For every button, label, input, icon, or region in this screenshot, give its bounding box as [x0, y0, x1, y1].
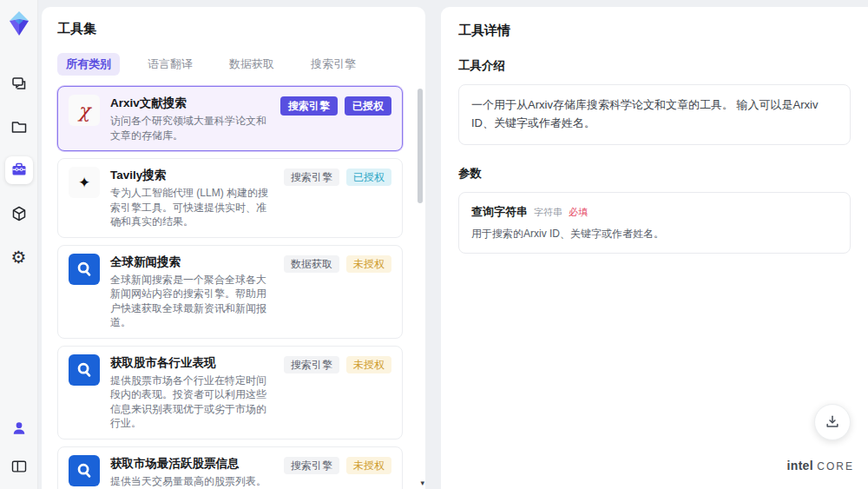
intro-box: 一个用于从Arxiv存储库搜索科学论文和文章的工具。 输入可以是Arxiv ID… [458, 84, 851, 145]
auth-status-badge: 已授权 [345, 96, 391, 116]
intel-brand-text: intel [787, 459, 813, 472]
auth-status-badge: 未授权 [346, 356, 391, 373]
core-brand-text: CORE [817, 460, 854, 472]
tool-name: 全球新闻搜索 [110, 254, 273, 271]
blue-magnifier-icon [69, 455, 100, 486]
tab-all-categories[interactable]: 所有类别 [57, 53, 120, 76]
arxiv-chi-icon: χ [69, 95, 100, 126]
auth-status-badge: 未授权 [346, 255, 391, 273]
param-required-badge: 必填 [569, 206, 588, 219]
user-avatar-icon [10, 420, 28, 437]
tool-card-tavily[interactable]: ✦ Tavily搜索 专为人工智能代理 (LLM) 构建的搜索引擎工具。可快速提… [57, 158, 403, 238]
param-box: 查询字符串 字符串 必填 用于搜索的Arxiv ID、关键字或作者姓名。 [458, 192, 851, 254]
auth-status-badge: 已授权 [346, 169, 391, 186]
gear-icon: ⚙ [11, 248, 27, 266]
params-heading: 参数 [458, 166, 851, 182]
tool-name: 获取市场最活跃股票信息 [110, 455, 273, 472]
left-sidebar: ⚙ [0, 0, 38, 489]
page-title: 工具集 [57, 21, 411, 37]
param-name: 查询字符串 [471, 204, 528, 220]
sidebar-item-chat[interactable] [5, 69, 33, 97]
tool-description: 访问各个研究领域大量科学论文和文章的存储库。 [110, 114, 270, 142]
category-badge: 搜索引擎 [284, 457, 339, 474]
param-description: 用于搜索的Arxiv ID、关键字或作者姓名。 [471, 227, 838, 241]
toolbox-icon [10, 162, 28, 179]
tab-language-translation[interactable]: 语言翻译 [139, 53, 201, 76]
category-badge: 搜索引擎 [284, 356, 339, 373]
tool-list-panel: 工具集 所有类别 语言翻译 数据获取 搜索引擎 χ Arxiv文献搜索 访问各个… [42, 7, 425, 489]
tool-card-sector-performance[interactable]: 获取股市各行业表现 提供股票市场各个行业在特定时间段内的表现。投资者可以利用这些… [57, 346, 403, 439]
intro-text: 一个用于从Arxiv存储库搜索科学论文和文章的工具。 输入可以是Arxiv ID… [471, 96, 838, 133]
sidebar-item-models[interactable] [5, 200, 33, 228]
category-badge: 搜索引擎 [280, 96, 338, 116]
collapse-panel-icon [10, 458, 28, 475]
category-badge: 数据获取 [284, 255, 339, 273]
package-icon [10, 205, 28, 222]
tool-card-global-news[interactable]: 全球新闻搜索 全球新闻搜索是一个聚合全球各大新闻网站内容的搜索引擎。帮助用户快速… [57, 245, 403, 339]
tool-card-most-active-stocks[interactable]: 获取市场最活跃股票信息 提供当天交易量最高的股票列表。投资者可以利用这些信息来识… [57, 446, 403, 489]
sidebar-item-tools[interactable] [5, 156, 33, 184]
sidebar-item-files[interactable] [5, 113, 33, 141]
param-type: 字符串 [534, 206, 562, 219]
scrollbar-thumb[interactable] [418, 89, 423, 203]
tool-description: 提供当天交易量最高的股票列表。投资者可以利用这些信息来识别流动性强的股票和潜在的… [110, 474, 273, 489]
auth-status-badge: 未授权 [346, 457, 391, 474]
tool-description: 提供股票市场各个行业在特定时间段内的表现。投资者可以利用这些信息来识别表现优于或… [110, 373, 273, 431]
list-scrollbar[interactable] [418, 85, 423, 477]
tab-data-fetching[interactable]: 数据获取 [220, 53, 283, 76]
category-tabs: 所有类别 语言翻译 数据获取 搜索引擎 [57, 53, 411, 76]
tab-search-engine[interactable]: 搜索引擎 [302, 53, 365, 76]
tool-name: 获取股市各行业表现 [110, 354, 273, 372]
intro-heading: 工具介绍 [458, 58, 851, 74]
category-badge: 搜索引擎 [284, 169, 339, 186]
tool-detail-panel: 工具详情 工具介绍 一个用于从Arxiv存储库搜索科学论文和文章的工具。 输入可… [441, 7, 868, 489]
blue-magnifier-icon [69, 254, 100, 285]
download-icon [824, 413, 841, 431]
sidebar-nav: ⚙ [5, 69, 33, 271]
detail-title: 工具详情 [458, 23, 851, 39]
sidebar-item-settings[interactable]: ⚙ [5, 243, 33, 271]
tool-list: χ Arxiv文献搜索 访问各个研究领域大量科学论文和文章的存储库。 搜索引擎 … [57, 86, 411, 489]
tool-description: 专为人工智能代理 (LLM) 构建的搜索引擎工具。可快速提供实时、准确和真实的结… [110, 186, 273, 229]
sidebar-item-collapse[interactable] [5, 453, 33, 480]
tool-name: Tavily搜索 [110, 167, 273, 184]
app-logo-icon [5, 9, 33, 38]
blue-magnifier-icon [69, 354, 100, 386]
tool-description: 全球新闻搜索是一个聚合全球各大新闻网站内容的搜索引擎。帮助用户快速获取全球最新资… [110, 273, 273, 330]
sparkle-icon: ✦ [69, 167, 100, 198]
download-button[interactable] [814, 404, 851, 440]
intel-core-logo: intel CORE [787, 458, 854, 473]
sidebar-bottom [5, 414, 33, 480]
tool-name: Arxiv文献搜索 [110, 95, 270, 112]
scroll-down-arrow-icon[interactable]: ▾ [420, 479, 424, 487]
folder-icon [10, 118, 28, 135]
sidebar-item-account[interactable] [5, 414, 33, 442]
tool-card-arxiv[interactable]: χ Arxiv文献搜索 访问各个研究领域大量科学论文和文章的存储库。 搜索引擎 … [57, 86, 403, 151]
chat-icon [10, 75, 28, 92]
